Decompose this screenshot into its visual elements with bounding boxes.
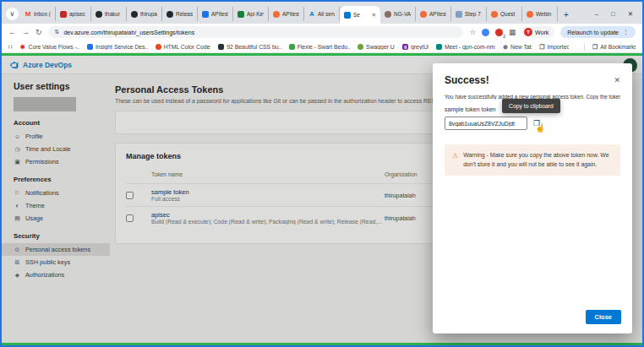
browser-tab[interactable]: apisec (56, 7, 91, 21)
settings-sidebar: User settings Account ☺Profile ◷Time and… (2, 74, 110, 343)
url-field[interactable]: ⇅ dev.azure.com/thirupataiah/_usersSetti… (48, 26, 464, 38)
bookmark-label: Swagger UI (366, 44, 395, 50)
folder-icon: ❒ (539, 44, 544, 50)
tab-search-button[interactable]: ∨ (6, 8, 19, 20)
azure-icon: A (308, 11, 315, 18)
divider (584, 43, 585, 51)
avatar-icon (385, 11, 391, 18)
sidebar-item-authorizations[interactable]: ◈Authorizations (14, 268, 110, 281)
browser-tab[interactable]: AAll serv (304, 7, 340, 21)
url-text: dev.azure.com/thirupataiah/_usersSetting… (63, 30, 194, 35)
bookmark[interactable]: Flexie - Swart Bedu... (289, 44, 350, 50)
copy-tooltip: Copy to clipboard (502, 99, 560, 113)
token-scope: Full access (151, 196, 385, 202)
azure-devops-brand[interactable]: Azure DevOps (10, 61, 72, 69)
bookmark[interactable]: ✱Core Value Flows -... (19, 44, 79, 50)
bookmark-label: Insight Service Des... (96, 44, 148, 50)
tab-title: thakur (105, 11, 122, 17)
window-controls: – □ ✕ (595, 10, 633, 18)
sidebar-item-usage[interactable]: ▤Usage (14, 212, 110, 225)
warning-banner: ⚠ Warning - Make sure you copy the above… (445, 144, 620, 176)
extension-icon[interactable]: 2 (495, 29, 503, 36)
bookmark-star-icon[interactable]: ☆ (469, 28, 476, 36)
menu-dots-icon[interactable]: ⋮ (623, 29, 629, 35)
bookmark[interactable]: ggreytUI (402, 44, 428, 50)
row-checkbox[interactable] (126, 192, 134, 199)
minimize-button[interactable]: – (595, 10, 598, 18)
tab-close-icon[interactable]: ✕ (372, 12, 376, 19)
sidebar-item-permissions[interactable]: ▣Permissions (14, 155, 110, 168)
new-tab-button[interactable]: + (559, 10, 573, 19)
column-token-name: Token name (151, 171, 385, 177)
window-close-button[interactable]: ✕ (628, 10, 633, 18)
reload-button[interactable]: ↻ (35, 28, 42, 36)
browser-tab[interactable]: APItest (416, 7, 451, 21)
sidebar-item-label: Authorizations (25, 271, 64, 279)
sidebar-item-notifications[interactable]: ⚐Notifications (14, 187, 110, 199)
apps-grid-icon[interactable]: ∷ (8, 44, 12, 50)
bookmark[interactable]: Meet - qpn-com-nmx (436, 44, 495, 50)
browser-tab[interactable]: thirupa (127, 7, 162, 21)
browser-tab[interactable]: APItest (269, 7, 304, 21)
bookmark-label: 92 Beautiful CSS bu... (226, 44, 281, 50)
tab-title: apisec (69, 11, 86, 17)
bookmark[interactable]: ⊛New Tab (503, 44, 532, 50)
sidebar-item-label: Theme (25, 202, 45, 209)
browser-tab[interactable]: Quest (487, 7, 522, 21)
browser-tab[interactable]: thakur (91, 7, 127, 21)
dialog-close-icon[interactable]: ✕ (614, 76, 620, 84)
theme-icon: ◐ (14, 203, 21, 209)
browser-tab[interactable]: Api Key (233, 7, 269, 21)
browser-tab[interactable]: NG-VA (380, 7, 416, 21)
sidebar-item-ssh-public-keys[interactable]: ⊞SSH public keys (14, 256, 110, 268)
site-info-icon[interactable]: ⇅ (55, 29, 60, 35)
bookmark[interactable]: HTML Color Codes (156, 44, 211, 50)
profile-chip[interactable]: T Work (521, 26, 554, 38)
person-icon: ☺ (14, 133, 21, 139)
insight-doc-icon (87, 44, 93, 50)
dialog-close-button[interactable]: Close (586, 310, 621, 324)
bookmark[interactable]: 92 Beautiful CSS bu... (218, 44, 281, 50)
extensions-puzzle-icon[interactable]: ▦ (509, 28, 516, 36)
browser-tab[interactable]: MInbox ( (20, 7, 56, 21)
tab-title: Webin (536, 11, 553, 17)
css-buttons-icon (218, 44, 224, 50)
bell-icon: ⚐ (14, 190, 21, 197)
profile-avatar: T (524, 28, 532, 36)
postman-icon (273, 11, 280, 18)
back-button[interactable]: ← (8, 28, 16, 36)
sidebar-item-profile[interactable]: ☺Profile (14, 130, 110, 143)
row-checkbox[interactable] (126, 214, 134, 222)
bookmark[interactable]: ❒Imported (539, 44, 569, 50)
sidebar-item-personal-access-tokens[interactable]: ⊙Personal access tokens (2, 243, 110, 256)
browser-tab[interactable]: Releas (162, 7, 198, 21)
sidebar-section-security: Security (14, 232, 110, 240)
sidebar-item-theme[interactable]: ◐Theme (14, 199, 110, 212)
azure-devops-page: Azure DevOps User settings Account ☺Prof… (2, 56, 642, 343)
github-icon (166, 11, 173, 18)
sidebar-section-preferences: Preferences (14, 176, 110, 183)
relaunch-to-update-button[interactable]: Relaunch to update ⋮ (560, 26, 636, 38)
sidebar-item-time-and-locale[interactable]: ◷Time and Locale (14, 143, 110, 155)
bookmark[interactable]: Swagger UI (357, 44, 395, 50)
token-name[interactable]: apisec (151, 211, 385, 219)
address-bar: ← → ↻ ⇅ dev.azure.com/thirupataiah/_user… (2, 24, 642, 41)
token-name[interactable]: sample token (151, 188, 385, 196)
token-scope: Build (Read & execute); Code (Read & wri… (151, 219, 385, 225)
postman-icon (491, 11, 498, 18)
all-bookmarks-button[interactable]: ❒All Bookmarks (592, 44, 636, 50)
maximize-button[interactable]: □ (611, 10, 615, 18)
extension-icon[interactable] (482, 29, 489, 36)
browser-tab[interactable]: APItest (198, 7, 233, 21)
forward-button[interactable]: → (22, 28, 30, 36)
user-identity-redacted (14, 97, 76, 111)
browser-tab-active[interactable]: Se✕ (340, 6, 380, 24)
token-value-input[interactable] (445, 117, 527, 130)
ssh-icon: ⊞ (14, 259, 21, 266)
warning-icon: ⚠ (452, 151, 458, 169)
browser-tab[interactable]: Webin (522, 7, 558, 21)
bookmark-label: Flexie - Swart Bedu... (297, 44, 350, 50)
bookmark[interactable]: Insight Service Des... (87, 44, 148, 50)
browser-tab[interactable]: Step 7 (451, 7, 487, 21)
bookmark-label: Imported (547, 44, 569, 50)
